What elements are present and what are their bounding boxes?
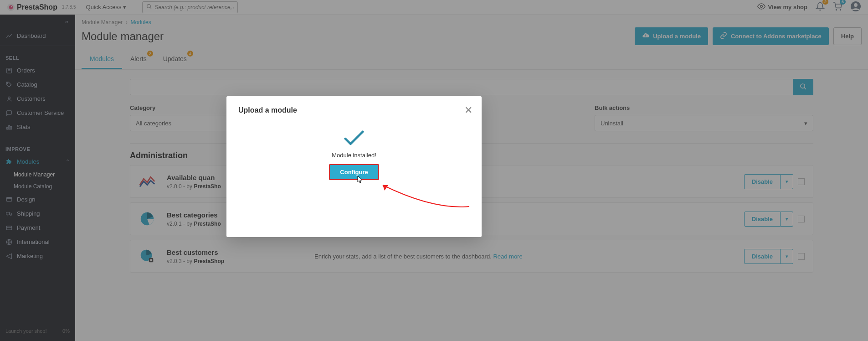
- modal-body: Module installed! Configure: [238, 114, 470, 180]
- configure-button[interactable]: Configure: [329, 164, 379, 180]
- cursor-icon: [355, 176, 363, 185]
- upload-module-modal: Upload a module ✕ Module installed! Conf…: [226, 96, 482, 237]
- modal-close-button[interactable]: ✕: [464, 104, 473, 116]
- modal-title: Upload a module: [238, 106, 470, 114]
- checkmark-icon: [344, 130, 365, 146]
- install-message: Module installed!: [332, 152, 376, 159]
- close-icon: ✕: [464, 104, 473, 116]
